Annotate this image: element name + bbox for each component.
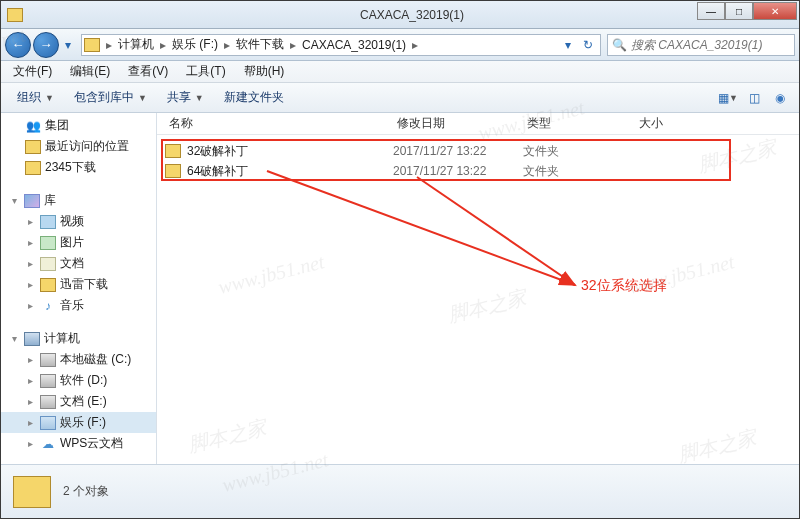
sidebar-item[interactable]: 最近访问的位置 — [1, 136, 156, 157]
search-input[interactable] — [631, 38, 790, 52]
sidebar-item-documents[interactable]: ▸文档 — [1, 253, 156, 274]
chevron-right-icon[interactable]: ▸ — [104, 38, 114, 52]
breadcrumb[interactable]: 计算机 — [114, 36, 158, 53]
expand-icon[interactable]: ▸ — [25, 258, 36, 269]
file-date: 2017/11/27 13:22 — [393, 144, 523, 158]
breadcrumb[interactable]: 软件下载 — [232, 36, 288, 53]
svg-line-0 — [267, 171, 575, 285]
sidebar-item-label: 娱乐 (F:) — [60, 414, 106, 431]
window-title: CAXACA_32019(1) — [27, 8, 797, 22]
menu-file[interactable]: 文件(F) — [5, 61, 60, 82]
expand-icon[interactable]: ▸ — [25, 279, 36, 290]
cloud-icon: ☁ — [40, 437, 56, 451]
folder-icon — [13, 476, 51, 508]
view-options-icon[interactable]: ▦▼ — [717, 87, 739, 109]
sidebar-wps-cloud[interactable]: ▸☁WPS云文档 — [1, 433, 156, 454]
folder-icon — [7, 8, 23, 22]
computer-icon — [24, 332, 40, 346]
breadcrumb[interactable]: 娱乐 (F:) — [168, 36, 222, 53]
sidebar-item-label: 视频 — [60, 213, 84, 230]
chevron-right-icon[interactable]: ▸ — [410, 38, 420, 52]
toolbar: 组织▼ 包含到库中▼ 共享▼ 新建文件夹 ▦▼ ◫ ◉ — [1, 83, 799, 113]
sidebar-item-downloads[interactable]: ▸迅雷下载 — [1, 274, 156, 295]
breadcrumb[interactable]: CAXACA_32019(1) — [298, 38, 410, 52]
drive-icon — [40, 353, 56, 367]
column-type[interactable]: 类型 — [519, 115, 631, 132]
addr-dropdown-icon[interactable]: ▾ — [558, 38, 578, 52]
column-date[interactable]: 修改日期 — [389, 115, 519, 132]
menu-help[interactable]: 帮助(H) — [236, 61, 293, 82]
sidebar-item-label: 库 — [44, 192, 56, 209]
expand-icon[interactable]: ▸ — [25, 375, 36, 386]
share-button[interactable]: 共享▼ — [159, 85, 212, 110]
include-button[interactable]: 包含到库中▼ — [66, 85, 155, 110]
sidebar-computer[interactable]: ▾计算机 — [1, 328, 156, 349]
expand-icon[interactable]: ▾ — [9, 195, 20, 206]
window-controls: — □ ✕ — [697, 2, 797, 20]
back-button[interactable]: ← — [5, 32, 31, 58]
minimize-button[interactable]: — — [697, 2, 725, 20]
preview-pane-icon[interactable]: ◫ — [743, 87, 765, 109]
expand-icon[interactable]: ▸ — [25, 216, 36, 227]
refresh-icon[interactable]: ↻ — [578, 38, 598, 52]
new-folder-button[interactable]: 新建文件夹 — [216, 85, 292, 110]
drive-icon — [40, 395, 56, 409]
sidebar-item-label: 迅雷下载 — [60, 276, 108, 293]
close-button[interactable]: ✕ — [753, 2, 797, 20]
chevron-down-icon: ▼ — [195, 93, 204, 103]
expand-icon[interactable]: ▸ — [25, 300, 36, 311]
nav-history-dropdown[interactable]: ▾ — [61, 32, 75, 58]
sidebar-drive-f[interactable]: ▸娱乐 (F:) — [1, 412, 156, 433]
video-icon — [40, 215, 56, 229]
sidebar-item[interactable]: 👥集团 — [1, 115, 156, 136]
body: 👥集团 最近访问的位置 2345下载 ▾库 ▸视频 ▸图片 ▸文档 ▸迅雷下载 … — [1, 113, 799, 464]
file-type: 文件夹 — [523, 163, 635, 180]
expand-icon[interactable]: ▸ — [25, 354, 36, 365]
column-size[interactable]: 大小 — [631, 115, 711, 132]
annotation-text: 32位系统选择 — [581, 277, 667, 295]
sidebar-drive-c[interactable]: ▸本地磁盘 (C:) — [1, 349, 156, 370]
expand-icon[interactable]: ▸ — [25, 237, 36, 248]
expand-icon[interactable]: ▾ — [9, 333, 20, 344]
file-row[interactable]: 32破解补丁 2017/11/27 13:22 文件夹 — [157, 141, 799, 161]
expand-icon[interactable]: ▸ — [25, 417, 36, 428]
sidebar-item[interactable]: 2345下载 — [1, 157, 156, 178]
maximize-button[interactable]: □ — [725, 2, 753, 20]
sidebar-item-videos[interactable]: ▸视频 — [1, 211, 156, 232]
address-bar[interactable]: ▸ 计算机 ▸ 娱乐 (F:) ▸ 软件下载 ▸ CAXACA_32019(1)… — [81, 34, 601, 56]
expand-icon[interactable]: ▸ — [25, 438, 36, 449]
watermark: www.jb51.net — [216, 250, 327, 299]
menu-edit[interactable]: 编辑(E) — [62, 61, 118, 82]
chevron-right-icon[interactable]: ▸ — [222, 38, 232, 52]
menu-tools[interactable]: 工具(T) — [178, 61, 233, 82]
file-name: 64破解补丁 — [187, 163, 393, 180]
column-name[interactable]: 名称 — [161, 115, 389, 132]
folder-icon — [25, 161, 41, 175]
sidebar-libraries[interactable]: ▾库 — [1, 190, 156, 211]
help-icon[interactable]: ◉ — [769, 87, 791, 109]
forward-button[interactable]: → — [33, 32, 59, 58]
file-date: 2017/11/27 13:22 — [393, 164, 523, 178]
expand-icon[interactable]: ▸ — [25, 396, 36, 407]
group-icon: 👥 — [25, 119, 41, 133]
menu-view[interactable]: 查看(V) — [120, 61, 176, 82]
file-type: 文件夹 — [523, 143, 635, 160]
search-icon: 🔍 — [612, 38, 627, 52]
chevron-right-icon[interactable]: ▸ — [288, 38, 298, 52]
watermark: 脚本之家 — [445, 284, 529, 330]
sidebar-item-label: 图片 — [60, 234, 84, 251]
sidebar-item-pictures[interactable]: ▸图片 — [1, 232, 156, 253]
svg-line-1 — [417, 177, 575, 285]
organize-button[interactable]: 组织▼ — [9, 85, 62, 110]
sidebar-drive-d[interactable]: ▸软件 (D:) — [1, 370, 156, 391]
sidebar-drive-e[interactable]: ▸文档 (E:) — [1, 391, 156, 412]
sidebar-item-music[interactable]: ▸♪音乐 — [1, 295, 156, 316]
chevron-right-icon[interactable]: ▸ — [158, 38, 168, 52]
file-row[interactable]: 64破解补丁 2017/11/27 13:22 文件夹 — [157, 161, 799, 181]
watermark: 脚本之家 — [675, 424, 759, 470]
folder-icon — [84, 38, 100, 52]
folder-icon — [165, 164, 181, 178]
drive-icon — [40, 416, 56, 430]
search-bar[interactable]: 🔍 — [607, 34, 795, 56]
navbar: ← → ▾ ▸ 计算机 ▸ 娱乐 (F:) ▸ 软件下载 ▸ CAXACA_32… — [1, 29, 799, 61]
